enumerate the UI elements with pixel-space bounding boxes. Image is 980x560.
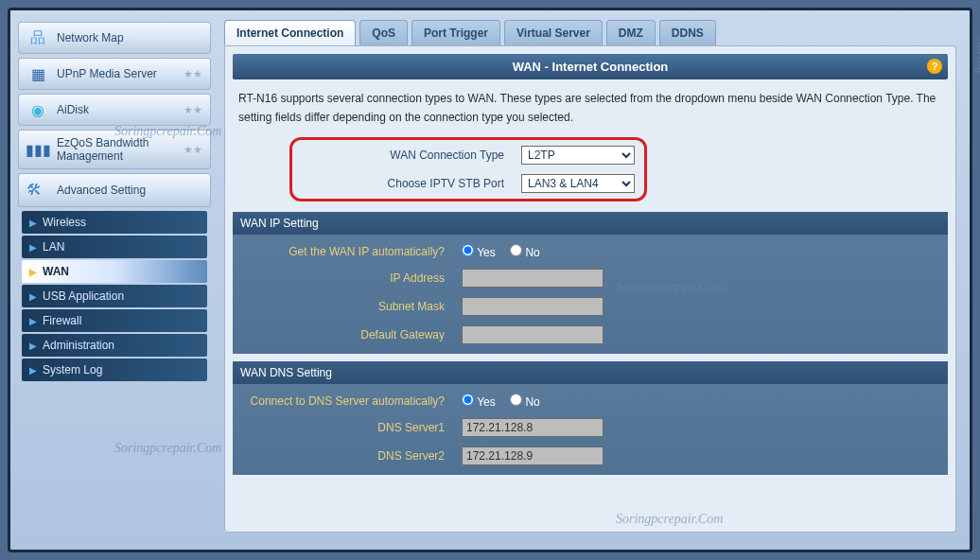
dns1-input[interactable]: [462, 418, 604, 437]
star-icon: ★★: [184, 68, 202, 80]
sidebar-item-admin[interactable]: ▶Administration: [22, 334, 207, 357]
panel-title: WAN - Internet Connection ?: [233, 54, 948, 79]
wan-conn-type-label: WAN Connection Type: [294, 142, 512, 168]
advanced-sublist: ▶Wireless ▶LAN ▶WAN ▶USB Application ▶Fi…: [18, 207, 211, 387]
sidebar-item-network-map[interactable]: 品 Network Map: [18, 22, 211, 54]
ip-address-label: IP Address: [235, 265, 452, 291]
advanced-setting-header[interactable]: 🛠 Advanced Setting: [18, 173, 211, 207]
sidebar-item-syslog[interactable]: ▶System Log: [22, 359, 207, 381]
tab-qos[interactable]: QoS: [359, 20, 408, 45]
wan-ip-section: WAN IP Setting: [233, 212, 948, 235]
sidebar-item-lan[interactable]: ▶LAN: [22, 236, 207, 258]
star-icon: ★★: [184, 144, 202, 156]
dns-section: WAN DNS Setting: [233, 361, 948, 384]
star-icon: ★★: [184, 104, 202, 116]
sidebar-item-label: Network Map: [57, 31, 124, 44]
sidebar: 品 Network Map ▦ UPnP Media Server ★★ ◉ A…: [10, 10, 219, 550]
sidebar-item-upnp[interactable]: ▦ UPnP Media Server ★★: [18, 58, 211, 90]
sidebar-item-firewall[interactable]: ▶Firewall: [22, 309, 207, 332]
sidebar-item-wireless[interactable]: ▶Wireless: [22, 211, 207, 234]
tab-virtual-server[interactable]: Virtual Server: [504, 20, 603, 45]
tab-internet-connection[interactable]: Internet Connection: [224, 20, 356, 45]
panel: WAN - Internet Connection ? RT-N16 suppo…: [224, 45, 956, 533]
iptv-select[interactable]: LAN3 & LAN4: [521, 174, 635, 193]
get-ip-yes[interactable]: Yes: [462, 246, 496, 259]
ip-address-input[interactable]: [462, 269, 604, 288]
tab-dmz[interactable]: DMZ: [606, 20, 656, 45]
sidebar-item-usb[interactable]: ▶USB Application: [22, 285, 207, 307]
help-icon[interactable]: ?: [927, 59, 942, 74]
dns-yes[interactable]: Yes: [462, 395, 496, 409]
dns-body: Connect to DNS Server automatically? Yes…: [233, 384, 948, 475]
sidebar-item-label: AiDisk: [57, 103, 89, 116]
dns2-input[interactable]: [462, 446, 604, 465]
sidebar-item-wan[interactable]: ▶WAN: [22, 260, 207, 283]
main-content: Internet Connection QoS Port Trigger Vir…: [219, 10, 970, 550]
wan-conn-type-select[interactable]: L2TP: [521, 146, 635, 165]
subnet-input[interactable]: [462, 297, 604, 316]
sidebar-item-aidisk[interactable]: ◉ AiDisk ★★: [18, 94, 211, 126]
media-icon: ▦: [26, 64, 49, 83]
sidebar-item-ezqos[interactable]: ▮▮▮ EzQoS Bandwidth Management ★★: [18, 130, 211, 169]
wan-ip-body: Get the WAN IP automatically? Yes No IP …: [233, 235, 948, 354]
sidebar-item-label: EzQoS Bandwidth Management: [57, 136, 184, 163]
dns-auto-label: Connect to DNS Server automatically?: [235, 390, 452, 412]
advanced-label: Advanced Setting: [57, 184, 146, 197]
tools-icon: 🛠: [26, 182, 49, 199]
tabs: Internet Connection QoS Port Trigger Vir…: [224, 20, 956, 45]
dns-no[interactable]: No: [510, 395, 540, 409]
get-ip-auto-label: Get the WAN IP automatically?: [235, 240, 452, 263]
tab-port-trigger[interactable]: Port Trigger: [411, 20, 500, 45]
gateway-input[interactable]: [462, 325, 604, 344]
dns2-label: DNS Server2: [235, 443, 452, 469]
aidisk-icon: ◉: [26, 100, 49, 119]
bandwidth-icon: ▮▮▮: [26, 140, 49, 159]
highlight-box: WAN Connection Type L2TP Choose IPTV STB…: [289, 137, 647, 201]
panel-description: RT-N16 supports several connection types…: [233, 79, 948, 137]
subnet-label: Subnet Mask: [235, 293, 452, 320]
get-ip-no[interactable]: No: [510, 246, 540, 259]
gateway-label: Default Gateway: [235, 322, 452, 348]
iptv-label: Choose IPTV STB Port: [294, 170, 512, 197]
dns1-label: DNS Server1: [235, 414, 452, 441]
network-icon: 品: [26, 28, 49, 47]
tab-ddns[interactable]: DDNS: [659, 20, 716, 45]
sidebar-item-label: UPnP Media Server: [57, 67, 157, 80]
